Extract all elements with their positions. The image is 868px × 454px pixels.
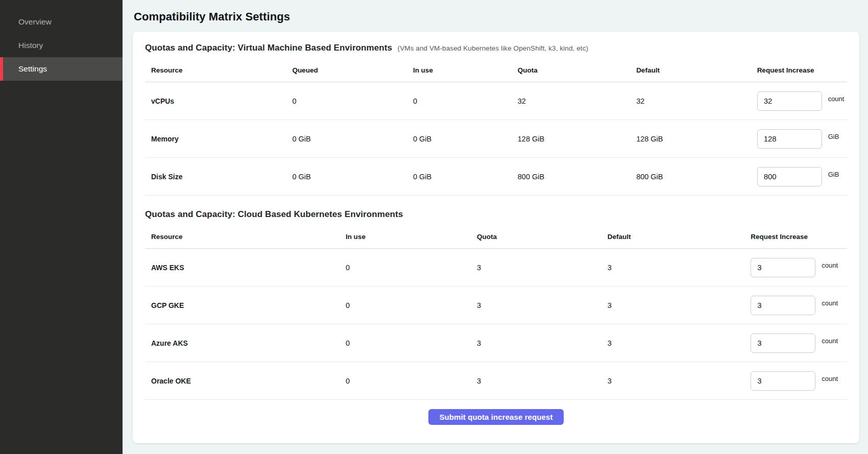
disk-request-input[interactable] <box>757 167 822 186</box>
vm-col-in-use: In use <box>407 59 512 82</box>
vm-col-resource: Resource <box>145 59 286 82</box>
aws-eks-unit-label: count <box>822 261 838 269</box>
table-row-memory: Memory 0 GiB 0 GiB 128 GiB 128 GiB GiB <box>145 120 847 158</box>
cloud-col-quota: Quota <box>471 226 601 249</box>
vm-quota-table: Resource Queued In use Quota Default Req… <box>145 59 847 196</box>
vcpus-in-use-value: 0 <box>407 82 512 120</box>
oracle-oke-unit-label: count <box>822 375 838 383</box>
azure-aks-quota-value: 3 <box>471 324 601 362</box>
gcp-gke-default-value: 3 <box>601 286 745 324</box>
memory-in-use-value: 0 GiB <box>407 120 512 158</box>
disk-default-value: 800 GiB <box>630 158 751 196</box>
cloud-col-in-use: In use <box>340 226 471 249</box>
submit-row: Submit quota increase request <box>145 400 847 428</box>
aws-eks-default-value: 3 <box>601 249 745 286</box>
settings-card: Quotas and Capacity: Virtual Machine Bas… <box>133 32 859 443</box>
gcp-gke-in-use-value: 0 <box>340 286 471 324</box>
table-row-aws-eks: AWS EKS 0 3 3 count <box>145 249 847 286</box>
vcpus-resource-label: vCPUs <box>145 82 286 120</box>
cloud-section-title: Quotas and Capacity: Cloud Based Kuberne… <box>145 209 403 219</box>
vm-col-request-increase: Request Increase <box>751 59 847 82</box>
azure-aks-unit-label: count <box>822 337 838 345</box>
gcp-gke-resource-label: GCP GKE <box>145 286 340 324</box>
azure-aks-request-group: count <box>751 333 847 353</box>
vm-table-header-row: Resource Queued In use Quota Default Req… <box>145 59 847 82</box>
table-row-azure-aks: Azure AKS 0 3 3 count <box>145 324 847 362</box>
aws-eks-quota-value: 3 <box>471 249 601 286</box>
oracle-oke-request-input[interactable] <box>751 371 815 391</box>
memory-resource-label: Memory <box>145 120 286 158</box>
azure-aks-default-value: 3 <box>601 324 745 362</box>
sidebar-item-history[interactable]: History <box>0 34 123 57</box>
submit-quota-increase-button[interactable]: Submit quota increase request <box>428 409 563 425</box>
vm-section-header: Quotas and Capacity: Virtual Machine Bas… <box>145 43 847 53</box>
memory-unit-label: GiB <box>828 133 839 140</box>
aws-eks-in-use-value: 0 <box>340 249 471 286</box>
memory-default-value: 128 GiB <box>630 120 751 158</box>
vcpus-unit-label: count <box>828 95 845 103</box>
table-row-gcp-gke: GCP GKE 0 3 3 count <box>145 286 847 324</box>
oracle-oke-quota-value: 3 <box>471 362 601 400</box>
sidebar-item-settings[interactable]: Settings <box>0 57 123 81</box>
gcp-gke-quota-value: 3 <box>471 286 601 324</box>
sidebar-item-settings-label: Settings <box>18 64 47 74</box>
aws-eks-resource-label: AWS EKS <box>145 249 340 286</box>
cloud-col-request-increase: Request Increase <box>744 226 847 249</box>
vcpus-queued-value: 0 <box>286 82 407 120</box>
disk-queued-value: 0 GiB <box>286 158 407 196</box>
table-row-oracle-oke: Oracle OKE 0 3 3 count <box>145 362 847 400</box>
azure-aks-request-input[interactable] <box>751 333 815 353</box>
memory-request-input[interactable] <box>757 129 822 149</box>
cloud-col-resource: Resource <box>145 226 340 249</box>
aws-eks-request-input[interactable] <box>751 258 815 277</box>
memory-request-group: GiB <box>757 129 847 149</box>
cloud-table-header-row: Resource In use Quota Default Request In… <box>145 226 847 249</box>
memory-quota-value: 128 GiB <box>512 120 630 158</box>
vm-col-queued: Queued <box>286 59 407 82</box>
sidebar-item-overview-label: Overview <box>18 17 52 27</box>
disk-quota-value: 800 GiB <box>512 158 630 196</box>
table-row-vcpus: vCPUs 0 0 32 32 count <box>145 82 847 120</box>
oracle-oke-default-value: 3 <box>601 362 745 400</box>
gcp-gke-request-input[interactable] <box>751 296 815 315</box>
disk-request-group: GiB <box>757 167 847 186</box>
table-row-disk-size: Disk Size 0 GiB 0 GiB 800 GiB 800 GiB Gi… <box>145 158 847 196</box>
vcpus-quota-value: 32 <box>512 82 630 120</box>
azure-aks-resource-label: Azure AKS <box>145 324 340 362</box>
disk-unit-label: GiB <box>828 171 839 178</box>
gcp-gke-request-group: count <box>751 296 847 315</box>
sidebar-item-history-label: History <box>18 41 43 50</box>
oracle-oke-request-group: count <box>751 371 847 391</box>
main-content: Compatibility Matrix Settings Quotas and… <box>123 0 868 454</box>
cloud-quota-table: Resource In use Quota Default Request In… <box>145 226 847 400</box>
gcp-gke-unit-label: count <box>822 299 838 307</box>
disk-in-use-value: 0 GiB <box>407 158 512 196</box>
vm-section-title: Quotas and Capacity: Virtual Machine Bas… <box>145 43 392 53</box>
sidebar: Overview History Settings <box>0 0 123 454</box>
memory-queued-value: 0 GiB <box>286 120 407 158</box>
disk-resource-label: Disk Size <box>145 158 286 196</box>
vm-section-subtitle: (VMs and VM-based Kubernetes like OpenSh… <box>398 44 589 52</box>
vm-col-quota: Quota <box>512 59 630 82</box>
vcpus-request-input[interactable] <box>757 91 822 111</box>
vm-col-default: Default <box>630 59 751 82</box>
cloud-section-header: Quotas and Capacity: Cloud Based Kuberne… <box>145 209 847 220</box>
aws-eks-request-group: count <box>751 258 847 277</box>
vcpus-default-value: 32 <box>630 82 751 120</box>
oracle-oke-in-use-value: 0 <box>340 362 471 400</box>
sidebar-item-overview[interactable]: Overview <box>0 10 123 34</box>
cloud-col-default: Default <box>601 226 745 249</box>
vcpus-request-group: count <box>757 91 847 111</box>
azure-aks-in-use-value: 0 <box>340 324 471 362</box>
oracle-oke-resource-label: Oracle OKE <box>145 362 340 400</box>
page-title: Compatibility Matrix Settings <box>134 10 859 23</box>
